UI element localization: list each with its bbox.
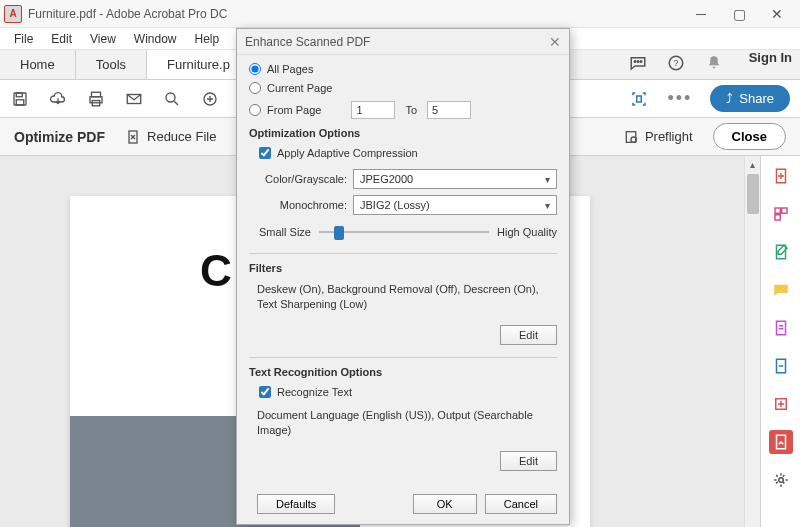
svg-point-0 xyxy=(634,61,636,63)
adaptive-compression-label: Apply Adaptive Compression xyxy=(277,147,418,159)
color-grayscale-value: JPEG2000 xyxy=(360,173,413,185)
bell-icon[interactable] xyxy=(705,54,723,75)
slider-knob[interactable] xyxy=(334,226,344,240)
svg-point-2 xyxy=(640,61,642,63)
reduce-file-icon xyxy=(125,129,141,145)
monochrome-select[interactable]: JBIG2 (Lossy) ▾ xyxy=(353,195,557,215)
tab-home[interactable]: Home xyxy=(0,50,76,79)
checkbox-recognize-text[interactable] xyxy=(259,386,271,398)
sign-in-button[interactable]: Sign In xyxy=(741,50,800,79)
panel-tool-optimize[interactable] xyxy=(769,430,793,454)
text-recognition-summary: Document Language (English (US)), Output… xyxy=(257,408,557,439)
titlebar: A Furniture.pdf - Adobe Acrobat Pro DC ─… xyxy=(0,0,800,28)
panel-tool-more[interactable] xyxy=(769,468,793,492)
search-icon[interactable] xyxy=(162,89,182,109)
window-title: Furniture.pdf - Adobe Acrobat Pro DC xyxy=(28,7,682,21)
scroll-thumb[interactable] xyxy=(747,174,759,214)
enhance-scanned-pdf-dialog: Enhance Scanned PDF ✕ All Pages Current … xyxy=(236,28,570,525)
preflight-button[interactable]: Preflight xyxy=(623,129,693,145)
email-icon[interactable] xyxy=(124,89,144,109)
comment-icon[interactable] xyxy=(629,54,647,75)
filters-summary: Deskew (On), Background Removal (Off), D… xyxy=(257,282,557,313)
close-window-button[interactable]: ✕ xyxy=(758,0,796,28)
radio-all-pages-label: All Pages xyxy=(267,63,313,75)
checkbox-adaptive-compression[interactable] xyxy=(259,147,271,159)
preflight-icon xyxy=(623,129,639,145)
help-icon[interactable]: ? xyxy=(667,54,685,75)
scan-tool-icon[interactable] xyxy=(629,89,649,109)
menu-file[interactable]: File xyxy=(6,30,41,48)
dialog-titlebar: Enhance Scanned PDF ✕ xyxy=(237,29,569,55)
more-icon[interactable]: ••• xyxy=(667,88,692,109)
svg-rect-6 xyxy=(16,93,22,97)
text-recognition-heading: Text Recognition Options xyxy=(249,366,557,378)
high-quality-label: High Quality xyxy=(497,226,557,238)
doc-heading: C xyxy=(200,246,232,296)
svg-rect-19 xyxy=(775,208,780,213)
recognize-text-label: Recognize Text xyxy=(277,386,352,398)
radio-current-page[interactable] xyxy=(249,82,261,94)
preflight-label: Preflight xyxy=(645,129,693,144)
minimize-button[interactable]: ─ xyxy=(682,0,720,28)
panel-tool-combine[interactable] xyxy=(769,202,793,226)
menu-edit[interactable]: Edit xyxy=(43,30,80,48)
color-grayscale-select[interactable]: JPEG2000 ▾ xyxy=(353,169,557,189)
panel-tool-organize[interactable] xyxy=(769,316,793,340)
svg-rect-21 xyxy=(775,215,780,220)
from-page-input[interactable]: 1 xyxy=(351,101,395,119)
vertical-scrollbar[interactable]: ▴ xyxy=(744,156,760,527)
page-nav-icon[interactable] xyxy=(200,89,220,109)
chevron-down-icon: ▾ xyxy=(545,174,550,185)
panel-tool-comment[interactable] xyxy=(769,278,793,302)
optimize-pdf-label: Optimize PDF xyxy=(14,129,105,145)
app-icon: A xyxy=(4,5,22,23)
cloud-icon[interactable] xyxy=(48,89,68,109)
svg-rect-14 xyxy=(637,96,642,102)
scroll-up-icon[interactable]: ▴ xyxy=(745,156,760,172)
ok-button[interactable]: OK xyxy=(413,494,477,514)
dialog-close-icon[interactable]: ✕ xyxy=(549,34,561,50)
to-page-input[interactable]: 5 xyxy=(427,101,471,119)
panel-tool-protect[interactable] xyxy=(769,354,793,378)
share-label: Share xyxy=(739,91,774,106)
panel-tool-create[interactable] xyxy=(769,164,793,188)
svg-rect-8 xyxy=(92,92,101,97)
radio-current-page-label: Current Page xyxy=(267,82,332,94)
monochrome-value: JBIG2 (Lossy) xyxy=(360,199,430,211)
menu-window[interactable]: Window xyxy=(126,30,185,48)
radio-from-page[interactable] xyxy=(249,104,261,116)
radio-all-pages[interactable] xyxy=(249,63,261,75)
radio-from-page-label: From Page xyxy=(267,104,321,116)
to-label: To xyxy=(405,104,417,116)
panel-tool-edit[interactable] xyxy=(769,240,793,264)
menu-help[interactable]: Help xyxy=(187,30,228,48)
menu-view[interactable]: View xyxy=(82,30,124,48)
svg-rect-7 xyxy=(16,99,24,104)
filters-edit-button[interactable]: Edit xyxy=(500,325,557,345)
close-tool-button[interactable]: Close xyxy=(713,123,786,150)
panel-tool-export[interactable] xyxy=(769,392,793,416)
color-grayscale-label: Color/Grayscale: xyxy=(259,173,347,185)
tab-tools[interactable]: Tools xyxy=(76,50,147,79)
quality-slider[interactable] xyxy=(319,225,489,239)
right-tool-panel xyxy=(760,156,800,527)
svg-point-27 xyxy=(778,478,783,483)
svg-point-1 xyxy=(637,61,639,63)
svg-rect-20 xyxy=(781,208,786,213)
monochrome-label: Monochrome: xyxy=(259,199,347,211)
print-icon[interactable] xyxy=(86,89,106,109)
cancel-button[interactable]: Cancel xyxy=(485,494,557,514)
optimization-heading: Optimization Options xyxy=(249,127,557,139)
dialog-title: Enhance Scanned PDF xyxy=(245,35,370,49)
reduce-file-button[interactable]: Reduce File xyxy=(125,129,216,145)
small-size-label: Small Size xyxy=(259,226,311,238)
share-button[interactable]: ⤴ Share xyxy=(710,85,790,112)
maximize-button[interactable]: ▢ xyxy=(720,0,758,28)
reduce-file-label: Reduce File xyxy=(147,129,216,144)
save-icon[interactable] xyxy=(10,89,30,109)
text-recognition-edit-button[interactable]: Edit xyxy=(500,451,557,471)
svg-text:?: ? xyxy=(673,58,678,68)
defaults-button[interactable]: Defaults xyxy=(257,494,335,514)
svg-point-12 xyxy=(166,93,175,102)
share-icon: ⤴ xyxy=(726,91,733,106)
